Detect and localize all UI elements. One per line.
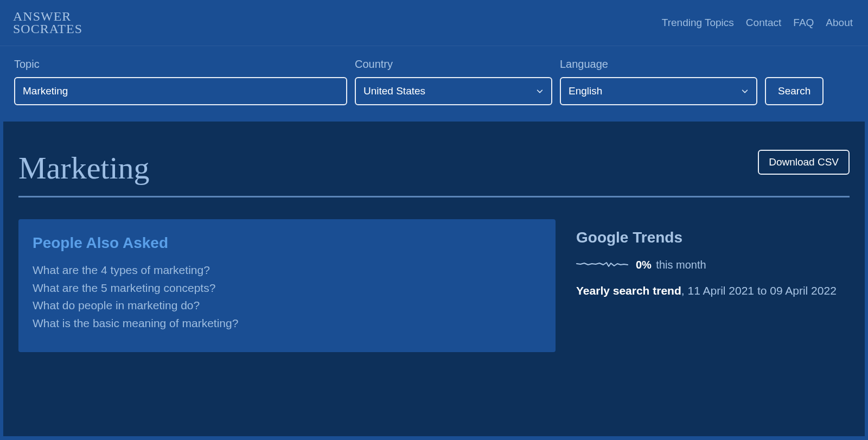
country-select[interactable]: United States	[355, 77, 552, 105]
topic-label: Topic	[14, 58, 347, 71]
sparkline-icon	[576, 258, 628, 271]
language-select[interactable]: English	[560, 77, 757, 105]
paa-item[interactable]: What is the basic meaning of marketing?	[33, 315, 541, 333]
logo-line2: SOCRATES	[13, 22, 82, 36]
google-trends-panel: Google Trends 0% this month Yearly searc…	[576, 219, 850, 352]
nav-faq[interactable]: FAQ	[793, 17, 814, 29]
nav-trending-topics[interactable]: Trending Topics	[662, 17, 734, 29]
top-nav: Trending Topics Contact FAQ About	[662, 17, 853, 29]
trends-heading: Google Trends	[576, 229, 850, 246]
trend-desc-rest: , 11 April 2021 to 09 April 2022	[681, 284, 837, 297]
language-value: English	[569, 85, 602, 97]
country-field-group: Country United States	[355, 58, 552, 105]
country-label: Country	[355, 58, 552, 71]
chevron-down-icon	[741, 87, 749, 95]
paa-item[interactable]: What are the 5 marketing concepts?	[33, 279, 541, 297]
trend-description: Yearly search trend, 11 April 2021 to 09…	[576, 283, 850, 298]
language-field-group: Language English	[560, 58, 757, 105]
content-columns: People Also Asked What are the 4 types o…	[18, 219, 850, 352]
trend-percent: 0%	[636, 259, 652, 271]
paa-item[interactable]: What do people in marketing do?	[33, 297, 541, 315]
trend-desc-bold: Yearly search trend	[576, 284, 681, 297]
people-also-asked-panel: People Also Asked What are the 4 types o…	[18, 219, 556, 352]
trend-summary-row: 0% this month	[576, 258, 850, 271]
trend-percent-label: this month	[656, 259, 706, 271]
country-value: United States	[363, 85, 425, 97]
search-button[interactable]: Search	[765, 77, 824, 105]
header: ANSWER SOCRATES Trending Topics Contact …	[0, 0, 868, 46]
nav-contact[interactable]: Contact	[746, 17, 781, 29]
chevron-down-icon	[536, 87, 544, 95]
topic-field-group: Topic	[14, 58, 347, 105]
topic-input[interactable]	[14, 77, 347, 105]
trend-percent-text: 0% this month	[636, 259, 706, 271]
search-bar: Topic Country United States Language Eng…	[0, 46, 868, 122]
paa-list: What are the 4 types of marketing? What …	[33, 262, 541, 332]
logo[interactable]: ANSWER SOCRATES	[13, 10, 82, 36]
page-title: Marketing	[18, 150, 150, 186]
title-row: Marketing Download CSV	[18, 150, 850, 197]
nav-about[interactable]: About	[826, 17, 853, 29]
language-label: Language	[560, 58, 757, 71]
results-area: Marketing Download CSV People Also Asked…	[3, 122, 865, 436]
paa-heading: People Also Asked	[33, 234, 541, 252]
download-csv-button[interactable]: Download CSV	[758, 150, 850, 175]
paa-item[interactable]: What are the 4 types of marketing?	[33, 262, 541, 279]
